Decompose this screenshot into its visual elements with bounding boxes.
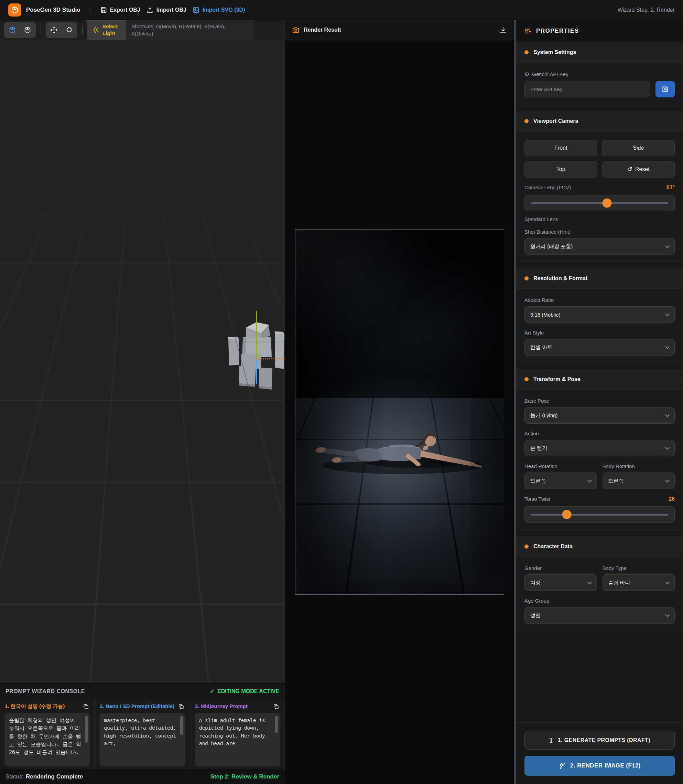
body-rotation-select[interactable]: 오른쪽 [603,472,675,489]
chevron-down-icon [665,445,670,450]
editing-mode-badge: ✓ EDITING MODE ACTIVE [210,688,279,694]
import-obj-button[interactable]: Import OBJ [146,6,186,13]
rotate-icon [65,26,73,34]
reset-icon: ↺ [627,165,632,173]
wizard-step-indicator: Wizard Step: 2. Render [618,7,675,13]
sliders-icon [524,27,531,34]
select-light-button[interactable]: Select Light [87,20,126,40]
copy-icon[interactable] [178,703,185,710]
rendered-image[interactable] [295,229,504,595]
status-step: Step 2: Review & Render [210,773,279,780]
section-title: Resolution & Format [533,275,587,281]
scrollbar-thumb[interactable] [85,716,88,743]
section-title: System Settings [533,49,576,55]
base-pose-select[interactable]: 눕기 (Lying) [524,407,675,424]
toolbar-divider [40,26,41,34]
api-key-input[interactable] [524,81,650,97]
viewport-3d[interactable] [0,40,285,683]
viewport-toolbar: Select Light Shortcuts: G(Move), R(Rotat… [0,20,285,40]
export-obj-button[interactable]: Export OBJ [100,6,140,13]
api-key-label-row: ⚙ Gemini API Key [524,71,675,77]
render-image-button[interactable]: 2. RENDER IMAGE (F12) [524,756,675,776]
status-value: Rendering Complete [26,773,83,780]
sun-icon [92,26,99,34]
scrollbar-thumb[interactable] [180,716,183,735]
system-settings-body: ⚙ Gemini API Key [516,63,683,106]
check-icon: ✓ [210,688,215,694]
action-label: Action [524,431,675,436]
properties-actions: T 1. GENERATE PROMPTS (DRAFT) 2. RENDER … [516,722,683,784]
fov-slider[interactable] [524,195,675,211]
prompt-wizard-console: PROMPT WIZARD CONSOLE ✓ EDITING MODE ACT… [0,683,285,784]
camera-top-button[interactable]: Top [524,161,597,178]
editing-mode-label: EDITING MODE ACTIVE [217,688,279,694]
head-rotation-select[interactable]: 오른쪽 [524,472,597,489]
mannequin-model[interactable] [213,303,285,399]
wireframe-view-button[interactable] [21,23,34,37]
age-group-select[interactable]: 성인 [524,607,675,623]
properties-header: PROPERTIES [516,20,683,42]
torso-twist-thumb[interactable] [562,510,571,519]
shot-distance-select[interactable]: 원거리 (배경 포함) [524,238,675,255]
prompt-midjourney-textarea[interactable]: A slim adult female is depicted lying do… [195,713,280,766]
solid-view-button[interactable] [5,23,19,37]
fov-slider-thumb[interactable] [603,199,612,208]
action-select[interactable]: 손 뻗기 [524,440,675,456]
action-value: 손 뻗기 [530,445,547,451]
status-label: Status: [5,773,24,780]
camera-icon [292,26,300,34]
move-icon [50,26,58,34]
gender-select[interactable]: 여성 [524,574,597,591]
generate-prompts-label: 1. GENERATE PROMPTS (DRAFT) [558,737,650,743]
top-bar-divider [90,5,90,15]
rotate-tool-button[interactable] [62,23,76,37]
body-type-select[interactable]: 슬림 바디 [603,574,675,591]
transform-pose-body: Base Pose 눕기 (Lying) Action 손 뻗기 Head Ro… [516,390,683,532]
camera-front-button[interactable]: Front [524,140,597,156]
console-title: PROMPT WIZARD CONSOLE [5,688,85,694]
character-data-body: Gender 여성 Body Type 슬림 바디 [516,557,683,632]
app-logo-icon [8,3,21,16]
save-api-key-button[interactable] [656,81,675,97]
chevron-down-icon [665,344,670,349]
viewport-camera-body: Front Side Top ↺ Reset Camera Lens (FOV)… [516,132,683,263]
panel-divider[interactable] [514,20,516,784]
properties-title: PROPERTIES [536,27,579,34]
base-pose-value: 눕기 (Lying) [530,412,558,419]
prompt-panel-midjourney: 3. Midjourney Prompt A slim adult female… [190,699,285,769]
download-render-button[interactable] [499,26,507,34]
aspect-ratio-label: Aspect Ratio [524,297,675,303]
prompt-korean-textarea[interactable]: 슬림한 체형의 성인 여성이 누워서 오른쪽으로 몸과 머리를 향한 채 무언가… [5,713,90,766]
art-style-value: 컨셉 아트 [530,344,552,351]
brand: PoseGen 3D Studio [8,3,80,16]
chevron-down-icon [665,413,670,417]
section-bullet [524,119,529,123]
app-window: PoseGen 3D Studio Export OBJ Import OBJ … [0,0,683,784]
camera-reset-button[interactable]: ↺ Reset [602,161,675,178]
copy-icon[interactable] [82,703,90,710]
gender-value: 여성 [530,580,540,586]
art-style-select[interactable]: 컨셉 아트 [524,339,675,355]
fov-label: Camera Lens (FOV) [524,185,571,190]
aspect-ratio-select[interactable]: 9:16 (Mobile) [524,306,675,323]
prompt-panel-nano-sd: 2. Nano / SD Prompt (Editable) masterpie… [95,699,189,769]
scrollbar-thumb[interactable] [275,716,278,733]
copy-icon[interactable] [273,703,280,710]
generate-prompts-button[interactable]: T 1. GENERATE PROMPTS (DRAFT) [524,731,675,750]
image-icon [192,6,199,13]
section-character-data: Character Data [516,536,683,557]
gender-label: Gender [524,565,597,571]
import-svg-button[interactable]: Import SVG (3D) [192,6,245,13]
prompt-nano-textarea[interactable]: masterpiece, best quality, ultra detaile… [100,713,185,766]
torso-twist-slider[interactable] [524,506,675,523]
camera-side-button[interactable]: Side [602,140,675,156]
prompt-panel-korean: 1. 한국어 설명 (수정 가능) 슬림한 체형의 성인 여성이 누워서 오른쪽… [0,699,95,769]
sparkles-icon [558,762,566,770]
prompt-korean-label: 1. 한국어 설명 (수정 가능) [5,703,65,710]
shot-distance-value: 원거리 (배경 포함) [530,243,572,250]
resolution-format-body: Aspect Ratio 9:16 (Mobile) Art Style 컨셉 … [516,289,683,364]
lens-hint: Standard Lens [524,216,675,222]
chevron-down-icon [665,244,670,248]
move-tool-button[interactable] [47,23,61,37]
chevron-down-icon [587,478,592,482]
